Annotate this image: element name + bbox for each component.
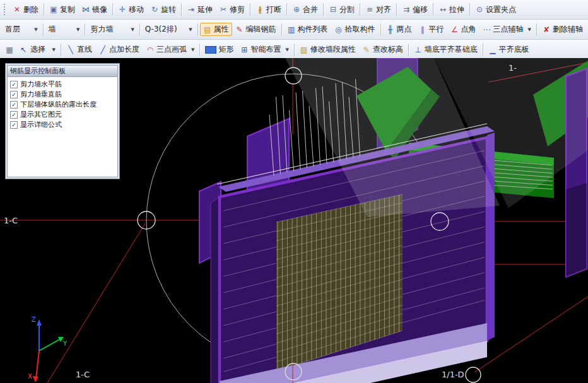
offset-button[interactable]: ⇉偏移 <box>399 3 431 16</box>
point-angle-button[interactable]: ∠点角 <box>447 23 479 36</box>
copy-label: 复制 <box>60 4 75 15</box>
checkbox-label: 剪力墙垂直筋 <box>20 90 62 99</box>
check-elevation-button[interactable]: ✎查改标高 <box>359 43 406 56</box>
wall-type-select[interactable]: 剪力墙▼ <box>87 23 137 36</box>
checkbox-label: 下层墙体纵筋的露出长度 <box>20 100 97 109</box>
align-bottom-slab-icon: ▁ <box>488 45 497 54</box>
line-tool-label: 直线 <box>77 44 92 55</box>
checkbox-show-detailed-formula[interactable]: ✓显示详细公式 <box>10 120 115 129</box>
delete-button[interactable]: ✕删除 <box>9 3 42 16</box>
align-bottom-slab-button[interactable]: ▁平齐底板 <box>485 43 532 56</box>
two-point-button[interactable]: ╫两点 <box>383 23 415 36</box>
split-button[interactable]: ⊟分割 <box>326 3 358 16</box>
delete-aux-axis-button[interactable]: ✘删除辅轴 <box>539 23 586 36</box>
align-label: 对齐 <box>376 4 391 15</box>
toolbar-grip[interactable] <box>4 4 8 15</box>
offset-label: 偏移 <box>413 4 428 15</box>
chevron-down-icon: ▼ <box>34 27 37 32</box>
two-point-label: 两点 <box>397 24 412 35</box>
element-select-value: Q-3(2排) <box>145 24 177 35</box>
point-length-icon: ╱ <box>98 45 107 54</box>
floor-select[interactable]: 首层▼ <box>2 23 41 36</box>
checkbox-shearwall-horizontal-rebar[interactable]: ✓剪力墙水平筋 <box>10 80 115 89</box>
grip-settings-label: 设置夹点 <box>486 4 516 15</box>
edit-rebar-button[interactable]: ✎编辑钢筋 <box>232 23 279 36</box>
check-elevation-icon: ✎ <box>362 45 371 54</box>
two-point-icon: ╫ <box>386 25 395 34</box>
merge-button[interactable]: ⊕合并 <box>289 3 321 16</box>
check-icon: ✓ <box>10 111 18 119</box>
separator <box>380 23 381 36</box>
stretch-icon: ↔ <box>438 5 447 14</box>
rectangle-tool-button[interactable]: 矩形 <box>202 43 237 56</box>
pick-component-button[interactable]: ◎拾取构件 <box>331 23 379 36</box>
rotate-button[interactable]: ↻旋转 <box>147 3 179 16</box>
modify-wall-properties-button[interactable]: ▨修改墙段属性 <box>297 43 359 56</box>
panel-title-bar[interactable]: 钢筋显示控制面板 <box>7 65 118 77</box>
purple-column-shadow <box>566 183 587 277</box>
application-window: ✕删除 ▣复制 ⋈镜像 ✛移动 ↻旋转 ⇥延伸 ✂修剪 ∦打断 ⊕合并 ⊟分割 … <box>0 0 588 383</box>
separator <box>408 44 409 56</box>
point-length-button[interactable]: ╱点加长度 <box>95 43 143 56</box>
panel-body: ✓剪力墙水平筋 ✓剪力墙垂直筋 ✓下层墙体纵筋的露出长度 ✓显示其它图元 ✓显示… <box>7 77 118 177</box>
element-select[interactable]: Q-3(2排)▼ <box>142 23 196 36</box>
copy-icon: ▣ <box>49 5 58 14</box>
break-label: 打断 <box>266 4 281 15</box>
separator <box>360 3 360 16</box>
properties-label: 属性 <box>214 24 229 35</box>
point-angle-label: 点角 <box>461 24 476 35</box>
wall-bottom-align-foundation-button[interactable]: ⊥墙底平齐基础底 <box>411 43 481 56</box>
mirror-label: 镜像 <box>92 4 107 15</box>
properties-button[interactable]: ▤属性 <box>200 23 232 36</box>
smart-layout-button[interactable]: ⊞智能布置▼ <box>237 43 291 56</box>
separator <box>323 3 324 16</box>
checkbox-label: 显示详细公式 <box>20 120 62 129</box>
three-point-arc-label: 三点画弧 <box>156 44 187 55</box>
separator <box>85 23 85 36</box>
separator <box>112 3 113 16</box>
align-button[interactable]: ≡对齐 <box>362 3 394 16</box>
move-button[interactable]: ✛移动 <box>115 3 147 16</box>
checkbox-shearwall-vertical-rebar[interactable]: ✓剪力墙垂直筋 <box>10 90 115 99</box>
mirror-button[interactable]: ⋈镜像 <box>78 3 110 16</box>
three-point-arc-icon: ◠ <box>146 45 155 54</box>
separator <box>197 23 198 36</box>
category-select[interactable]: 墙▼ <box>45 23 83 36</box>
three-point-aux-axis-button[interactable]: ⋯三点辅轴▼ <box>479 23 534 36</box>
triad-x-label: X <box>28 373 32 380</box>
select-tool[interactable]: ↖选择▼ <box>17 43 59 56</box>
line-icon: ╲ <box>66 45 75 54</box>
three-point-arc-button[interactable]: ◠三点画弧▼ <box>143 43 197 56</box>
view-mode-button[interactable]: ▦ <box>2 44 17 56</box>
chevron-down-icon: ▼ <box>76 27 79 32</box>
checkbox-show-other-elements[interactable]: ✓显示其它图元 <box>10 110 115 119</box>
rotate-icon: ↻ <box>150 5 159 14</box>
trim-button[interactable]: ✂修剪 <box>216 3 248 16</box>
move-icon: ✛ <box>118 5 127 14</box>
extend-button[interactable]: ⇥延伸 <box>184 3 216 16</box>
view-mode-icon: ▦ <box>5 45 14 54</box>
break-button[interactable]: ∦打断 <box>252 3 285 16</box>
line-tool-button[interactable]: ╲直线 <box>63 43 95 56</box>
point-length-label: 点加长度 <box>109 44 139 55</box>
copy-button[interactable]: ▣复制 <box>46 3 78 16</box>
separator <box>199 44 200 56</box>
chevron-down-icon: ▼ <box>52 47 56 52</box>
checkbox-lower-wall-exposed-length[interactable]: ✓下层墙体纵筋的露出长度 <box>10 100 115 109</box>
separator <box>139 23 140 36</box>
parallel-button[interactable]: ∥平行 <box>415 23 447 36</box>
component-list-button[interactable]: ▥构件列表 <box>284 23 331 36</box>
axis-label-bottom-right: 1/1-D <box>442 370 464 379</box>
merge-label: 合并 <box>303 4 318 15</box>
separator <box>61 44 61 56</box>
grip-settings-icon: ⊙ <box>475 5 484 14</box>
select-tool-value: 选择 <box>30 44 45 55</box>
triad-y-label: Y <box>62 340 68 347</box>
align-icon: ≡ <box>365 5 374 14</box>
stretch-button[interactable]: ↔拉伸 <box>435 3 467 16</box>
grip-settings-button[interactable]: ⊙设置夹点 <box>472 3 519 16</box>
toolbar-edit: ✕删除 ▣复制 ⋈镜像 ✛移动 ↻旋转 ⇥延伸 ✂修剪 ∦打断 ⊕合并 ⊟分割 … <box>0 0 588 20</box>
check-icon: ✓ <box>10 91 18 98</box>
wall-type-select-value: 剪力墙 <box>90 24 113 35</box>
split-label: 分割 <box>339 4 355 15</box>
